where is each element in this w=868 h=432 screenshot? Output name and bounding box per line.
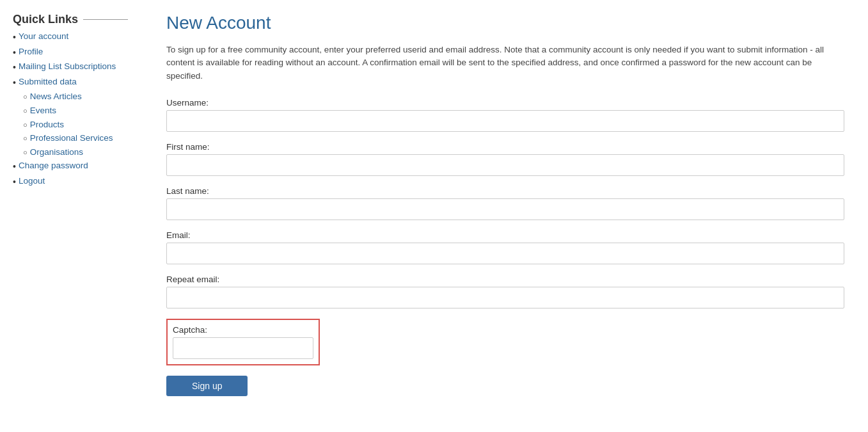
description-text: To sign up for a free community account,… [166, 44, 844, 83]
sidebar-link-your-account[interactable]: Your account [19, 31, 68, 41]
sidebar-link-events[interactable]: Events [30, 106, 56, 115]
sidebar-title: Quick Links [13, 13, 128, 26]
sidebar-item-submitted-data: Submitted data [13, 77, 128, 90]
captcha-box: Captcha: [166, 319, 320, 365]
last-name-input[interactable] [166, 198, 844, 220]
last-name-label: Last name: [166, 186, 844, 196]
last-name-group: Last name: [166, 186, 844, 220]
new-account-form: Username: First name: Last name: Email: … [166, 98, 855, 396]
sidebar-link-organisations[interactable]: Organisations [30, 147, 83, 157]
email-input[interactable] [166, 243, 844, 264]
captcha-label: Captcha: [173, 325, 313, 335]
repeat-email-group: Repeat email: [166, 275, 844, 308]
signup-button[interactable]: Sign up [166, 376, 248, 396]
email-label: Email: [166, 230, 844, 240]
sidebar-link-logout[interactable]: Logout [19, 176, 45, 186]
sidebar-link-submitted-data[interactable]: Submitted data [19, 77, 77, 86]
sidebar-item-events: Events [13, 106, 128, 117]
sidebar-item-professional-services: Professional Services [13, 133, 128, 145]
sidebar-item-change-password: Change password [13, 161, 128, 173]
repeat-email-label: Repeat email: [166, 275, 844, 284]
page-title: New Account [166, 13, 855, 33]
sidebar-link-news-articles[interactable]: News Articles [30, 92, 82, 101]
captcha-input[interactable] [173, 337, 313, 359]
sidebar-item-organisations: Organisations [13, 147, 128, 159]
sidebar-title-text: Quick Links [13, 13, 78, 26]
sidebar-item-products: Products [13, 120, 128, 131]
first-name-label: First name: [166, 142, 844, 152]
sidebar-item-news-articles: News Articles [13, 92, 128, 103]
sidebar-title-divider [83, 19, 128, 20]
username-label: Username: [166, 98, 844, 108]
sidebar-nav: Your accountProfileMailing List Subscrip… [13, 31, 128, 189]
sidebar-link-mailing-list[interactable]: Mailing List Subscriptions [19, 61, 116, 71]
sidebar-item-mailing-list: Mailing List Subscriptions [13, 61, 128, 74]
sidebar-item-profile: Profile [13, 47, 128, 60]
first-name-input[interactable] [166, 154, 844, 176]
sidebar-link-change-password[interactable]: Change password [19, 161, 88, 170]
sidebar-link-profile[interactable]: Profile [19, 47, 43, 56]
repeat-email-input[interactable] [166, 287, 844, 308]
sidebar-item-logout: Logout [13, 176, 128, 189]
main-content: New Account To sign up for a free commun… [141, 13, 855, 419]
username-group: Username: [166, 98, 844, 132]
sidebar: Quick Links Your accountProfileMailing L… [13, 13, 141, 419]
sidebar-link-products[interactable]: Products [30, 120, 64, 129]
email-group: Email: [166, 230, 844, 264]
sidebar-item-your-account: Your account [13, 31, 128, 44]
sidebar-link-professional-services[interactable]: Professional Services [30, 133, 113, 143]
first-name-group: First name: [166, 142, 844, 176]
username-input[interactable] [166, 110, 844, 132]
